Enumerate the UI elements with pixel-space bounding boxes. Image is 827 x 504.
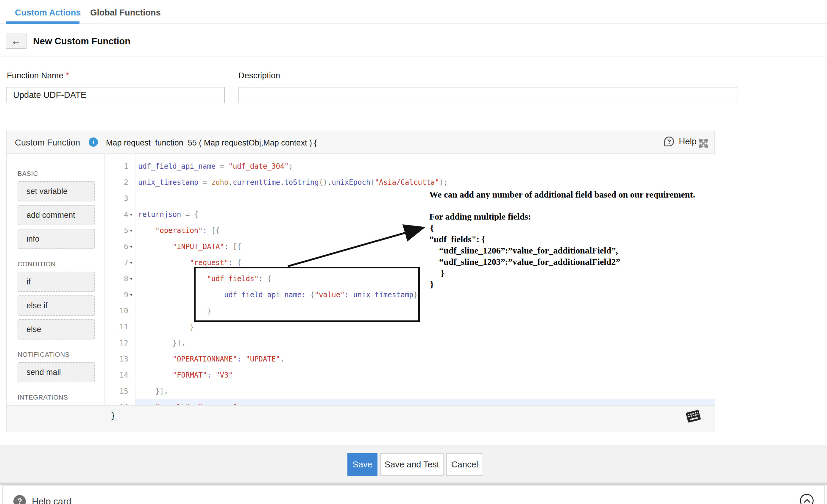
function-name-input[interactable] [6,87,225,103]
active-tab-underline [6,21,80,24]
annotation-json-line: “udf_sline_1203”:”value_for_additionalFi… [439,256,695,268]
fold-triangle-icon[interactable]: ▾ [130,212,132,217]
sidebar-section-label: NOTIFICATIONS [17,351,104,360]
snippet-sidebar: BASICset variableadd commentinfoCONDITIO… [7,154,105,432]
line-number: 10 [105,303,128,319]
description-input[interactable] [238,87,737,103]
tab-custom-actions[interactable]: Custom Actions [15,8,81,17]
code-text: "OPERATIONNAME": "UPDATE", [138,351,284,367]
panel-title: Custom Function [15,138,80,148]
code-line-12[interactable]: 12 }], [105,335,715,351]
line-number: 14 [105,367,128,383]
sidebar-snippet-send-mail[interactable]: send mail [17,362,95,382]
fullscreen-expand-icon[interactable] [699,139,708,148]
line-number: 12 [105,335,128,351]
line-number: 5 [105,223,128,239]
line-number: 2 [105,174,128,190]
help-label: Help [679,136,697,147]
annotation-heading: We can add any number of additional fiel… [429,189,695,200]
code-line-13[interactable]: 13 "OPERATIONNAME": "UPDATE", [105,351,715,367]
description-label: Description [238,71,280,80]
code-line-14[interactable]: 14 "FORMAT": "V3" [105,367,715,383]
help-card-question-icon: ? [13,495,26,504]
sidebar-snippet-else-if[interactable]: else if [17,295,95,316]
code-text: udf_field_api_name = "udf_date_304"; [138,158,293,174]
help-question-icon: ? [664,136,674,147]
line-number: 7 [105,255,128,271]
code-line-2[interactable]: 2unix_timestamp = zoho.currenttime.toStr… [105,174,715,190]
line-number: 8 [105,271,128,287]
info-icon[interactable]: i [89,137,98,147]
fold-triangle-icon[interactable]: ▾ [130,261,132,265]
line-number: 15 [105,383,128,399]
code-text: } [138,319,194,335]
code-text: "udf_fields": { [138,271,272,287]
code-text: udf_field_api_name: {"value": unix_times… [138,287,418,303]
help-card-collapse-button[interactable] [800,494,814,504]
sidebar-section-label: INTEGRATIONS [17,394,104,402]
save-button[interactable]: Save [347,453,378,476]
line-number: 6 [105,239,128,255]
page-title: New Custom Function [33,36,130,47]
code-line-11[interactable]: 11 } [105,319,715,335]
custom-function-panel: Custom Function i Map request_function_5… [6,131,715,432]
function-signature: Map request_function_55 ( Map requestObj… [106,138,317,148]
page: Custom Actions Global Functions ← New Cu… [0,0,827,504]
code-text: }], [138,335,186,351]
fold-triangle-icon[interactable]: ▾ [130,293,132,297]
annotation-json-line: ”udf_fields": { [429,233,695,245]
sidebar-snippet-info[interactable]: info [17,229,95,249]
sidebar-snippet-if[interactable]: if [17,272,95,292]
fold-triangle-icon[interactable]: ▾ [130,244,132,249]
line-number: 3 [105,190,128,207]
annotation-json-sample: {”udf_fields": {“udf_sline_1206”:”value_… [429,222,695,290]
back-button[interactable]: ← [6,33,27,49]
help-card: ? Help card [2,485,825,504]
annotation-json-line: } [441,268,695,279]
help-button[interactable]: ?Help [664,136,697,149]
code-line-1[interactable]: 1udf_field_api_name = "udf_date_304"; [105,158,715,174]
function-closing-brace: } [111,411,115,420]
tab-global-functions[interactable]: Global Functions [90,8,161,17]
line-number: 11 [105,319,128,335]
code-text: }], [138,383,168,399]
code-line-10[interactable]: 10 } [105,303,715,319]
sidebar-section-label: CONDITION [17,260,104,269]
annotation-json-line: “udf_sline_1206”:”value_for_additionalFi… [439,245,695,256]
sidebar-snippet-set-variable[interactable]: set variable [17,181,95,202]
fold-triangle-icon[interactable]: ▾ [130,228,132,233]
code-text: "operation": [{ [138,223,220,239]
annotation-json-line: { [430,222,695,233]
fold-triangle-icon[interactable]: ▾ [130,277,132,281]
action-bar: Save Save and Test Cancel [0,445,827,484]
sidebar-snippet-else[interactable]: else [17,319,95,339]
panel-header: Custom Function i Map request_function_5… [7,131,715,154]
line-number: 4 [105,207,128,223]
help-card-title: Help card [32,496,71,504]
header-divider [0,57,827,57]
annotation-subheading: For adding multiple fields: [429,211,695,222]
save-and-test-button[interactable]: Save and Test [380,453,444,476]
chevron-up-icon [804,498,811,504]
code-text: } [138,303,211,319]
code-text: "request": { [138,255,241,271]
back-arrow-icon: ← [11,35,21,46]
code-text: "FORMAT": "V3" [138,367,233,383]
annotation-note: We can add any number of additional fiel… [429,189,695,290]
cancel-button[interactable]: Cancel [446,453,483,476]
line-number: 13 [105,351,128,367]
function-name-label-text: Function Name [7,71,63,80]
keyboard-shortcuts-icon[interactable] [685,409,701,423]
sidebar-snippet-add-comment[interactable]: add comment [17,205,95,225]
code-line-16[interactable]: 16 "result": "success" [105,399,715,405]
line-number: 1 [105,158,128,174]
sidebar-section-label: BASIC [17,170,104,179]
code-text: "INPUT_DATA": [{ [138,239,241,255]
tabs-bar: Custom Actions Global Functions [0,0,827,23]
code-text: returnjson = { [138,207,198,223]
editor-footer: } [7,405,715,432]
help-card-divider [0,483,827,485]
code-line-15[interactable]: 15 }], [105,383,715,399]
function-name-label: Function Name* [7,71,69,80]
required-asterisk: * [66,71,69,80]
